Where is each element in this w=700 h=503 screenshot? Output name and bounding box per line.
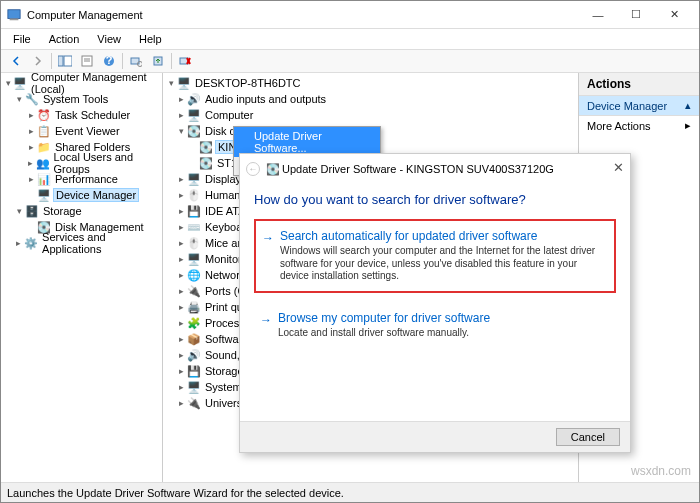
tree-label: Performance <box>53 173 120 185</box>
actions-group-device-manager[interactable]: Device Manager ▴ <box>579 96 699 116</box>
tree-label-selected: Device Manager <box>53 188 139 202</box>
dialog-back-button[interactable]: ← <box>246 162 260 176</box>
uninstall-button[interactable] <box>174 51 196 71</box>
scan-hardware-button[interactable] <box>125 51 147 71</box>
actions-group-label: Device Manager <box>587 100 667 112</box>
audio-icon: 🔊 <box>187 93 201 105</box>
tree-root-label: Computer Management (Local) <box>29 73 160 95</box>
clock-icon: ⏰ <box>37 109 51 121</box>
menu-help[interactable]: Help <box>131 31 170 47</box>
menubar: File Action View Help <box>1 29 699 49</box>
device-label: Computer <box>203 109 255 121</box>
dialog-question: How do you want to search for driver sof… <box>254 192 616 207</box>
arrow-icon: → <box>262 231 274 245</box>
computer-mgmt-icon: 🖥️ <box>13 77 27 89</box>
toolbar: ? <box>1 49 699 73</box>
software-icon: 📦 <box>187 333 201 345</box>
titlebar: Computer Management — ☐ ✕ <box>1 1 699 29</box>
tree-label: Storage <box>41 205 84 217</box>
tree-label: Services and Applications <box>40 231 160 255</box>
dialog-titlebar: ← 💽 Update Driver Software - KINGSTON SU… <box>240 154 630 180</box>
disk-icon: 💽 <box>187 125 201 137</box>
actions-header: Actions <box>579 73 699 96</box>
option-search-automatically[interactable]: → Search automatically for updated drive… <box>254 219 616 293</box>
performance-icon: 📊 <box>37 173 51 185</box>
update-driver-dialog: ✕ ← 💽 Update Driver Software - KINGSTON … <box>239 153 631 453</box>
actions-more[interactable]: More Actions ▸ <box>579 116 699 135</box>
services-icon: ⚙️ <box>24 237 38 249</box>
svg-rect-1 <box>10 18 19 20</box>
device-host[interactable]: ▾🖥️DESKTOP-8TH6DTC <box>163 75 578 91</box>
tree-event-viewer[interactable]: ▸📋Event Viewer <box>1 123 162 139</box>
svg-rect-0 <box>8 9 20 18</box>
arrow-icon: → <box>260 313 272 327</box>
device-manager-icon: 🖥️ <box>37 189 51 201</box>
mouse-icon: 🖱️ <box>187 237 201 249</box>
svg-rect-3 <box>64 56 72 66</box>
tree-local-users[interactable]: ▸👥Local Users and Groups <box>1 155 162 171</box>
svg-rect-2 <box>58 56 63 66</box>
menu-view[interactable]: View <box>89 31 129 47</box>
drive-icon: 💽 <box>266 163 280 175</box>
option-description: Windows will search your computer and th… <box>280 245 604 283</box>
storage-controller-icon: 💾 <box>187 365 201 377</box>
console-tree-panel: ▾🖥️Computer Management (Local) ▾🔧System … <box>1 73 163 482</box>
minimize-button[interactable]: — <box>579 1 617 29</box>
svg-text:?: ? <box>106 55 113 66</box>
properties-button[interactable] <box>76 51 98 71</box>
toolbar-separator <box>122 53 123 69</box>
tree-label: System Tools <box>41 93 110 105</box>
option-title: Search automatically for updated driver … <box>280 229 604 243</box>
maximize-button[interactable]: ☐ <box>617 1 655 29</box>
statusbar: Launches the Update Driver Software Wiza… <box>1 482 699 502</box>
show-hide-tree-button[interactable] <box>54 51 76 71</box>
event-icon: 📋 <box>37 125 51 137</box>
tree-task-scheduler[interactable]: ▸⏰Task Scheduler <box>1 107 162 123</box>
status-text: Launches the Update Driver Software Wiza… <box>7 487 344 499</box>
device-audio[interactable]: ▸🔊Audio inputs and outputs <box>163 91 578 107</box>
storage-icon: 🗄️ <box>25 205 39 217</box>
dialog-footer: Cancel <box>240 421 630 452</box>
dialog-body: How do you want to search for driver sof… <box>240 180 630 421</box>
option-browse-computer[interactable]: → Browse my computer for driver software… <box>254 303 616 348</box>
watermark: wsxdn.com <box>631 464 691 478</box>
submenu-arrow-icon: ▸ <box>685 119 691 132</box>
tree-label: Task Scheduler <box>53 109 132 121</box>
app-icon <box>7 8 21 22</box>
collapse-arrow-icon: ▴ <box>685 99 691 112</box>
display-icon: 🖥️ <box>187 173 201 185</box>
device-label: Audio inputs and outputs <box>203 93 328 105</box>
update-driver-button[interactable] <box>147 51 169 71</box>
keyboard-icon: ⌨️ <box>187 221 201 233</box>
device-computer[interactable]: ▸🖥️Computer <box>163 107 578 123</box>
tree-services-apps[interactable]: ▸⚙️Services and Applications <box>1 235 162 251</box>
tree-root[interactable]: ▾🖥️Computer Management (Local) <box>1 75 162 91</box>
ports-icon: 🔌 <box>187 285 201 297</box>
users-icon: 👥 <box>36 157 50 169</box>
tools-icon: 🔧 <box>25 93 39 105</box>
drive-icon: 💽 <box>199 141 213 153</box>
forward-button[interactable] <box>27 51 49 71</box>
device-label: DESKTOP-8TH6DTC <box>193 77 303 89</box>
tree-device-manager[interactable]: 🖥️Device Manager <box>1 187 162 203</box>
printer-icon: 🖨️ <box>187 301 201 313</box>
ide-icon: 💾 <box>187 205 201 217</box>
network-icon: 🌐 <box>187 269 201 281</box>
window-title: Computer Management <box>27 9 579 21</box>
usb-icon: 🔌 <box>187 397 201 409</box>
dialog-close-button[interactable]: ✕ <box>613 160 624 175</box>
cpu-icon: 🧩 <box>187 317 201 329</box>
cancel-button[interactable]: Cancel <box>556 428 620 446</box>
actions-item-label: More Actions <box>587 120 651 132</box>
monitor-icon: 🖥️ <box>187 253 201 265</box>
dialog-title-text: Update Driver Software - KINGSTON SUV400… <box>282 163 554 175</box>
menu-file[interactable]: File <box>5 31 39 47</box>
drive-icon: 💽 <box>199 157 213 169</box>
back-button[interactable] <box>5 51 27 71</box>
computer-icon: 🖥️ <box>177 77 191 89</box>
toolbar-separator <box>51 53 52 69</box>
tree-storage[interactable]: ▾🗄️Storage <box>1 203 162 219</box>
help-button[interactable]: ? <box>98 51 120 71</box>
close-button[interactable]: ✕ <box>655 1 693 29</box>
menu-action[interactable]: Action <box>41 31 88 47</box>
